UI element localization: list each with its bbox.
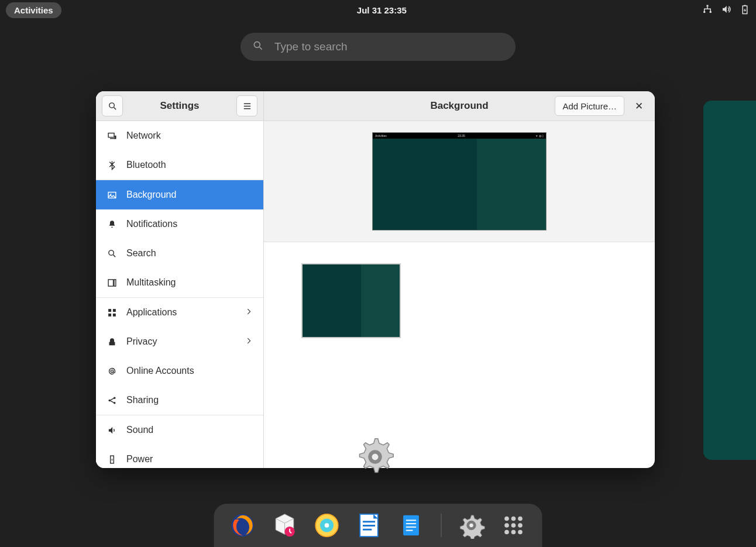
svg-rect-36 [406, 523, 416, 524]
close-button[interactable]: ✕ [629, 96, 649, 116]
search-icon [106, 249, 117, 259]
svg-point-24 [372, 453, 379, 460]
dock-app-settings[interactable] [458, 512, 485, 539]
sidebar-item-power[interactable]: Power [96, 445, 263, 468]
sidebar-item-bluetooth[interactable]: Bluetooth [96, 150, 263, 180]
dock-app-disks[interactable] [314, 512, 341, 539]
sidebar-item-label: Applications [126, 307, 177, 318]
svg-rect-8 [114, 135, 116, 139]
sidebar-item-label: Sharing [126, 395, 159, 405]
svg-rect-37 [406, 527, 416, 528]
svg-rect-16 [108, 313, 111, 316]
svg-rect-12 [108, 279, 114, 285]
preview-clock: 23:35 [458, 134, 465, 137]
svg-rect-1 [703, 11, 705, 13]
sidebar-search-button[interactable] [102, 95, 123, 116]
svg-rect-3 [744, 5, 745, 6]
system-tray[interactable] [702, 4, 750, 16]
settings-window: Settings Network Bluetooth Background No… [96, 91, 655, 468]
sidebar-item-label: Network [126, 130, 161, 141]
overview-search[interactable] [240, 33, 516, 61]
svg-rect-35 [406, 520, 416, 521]
sidebar-item-multitasking[interactable]: Multitasking [96, 268, 263, 297]
multitasking-icon [106, 278, 117, 288]
sidebar-item-privacy[interactable]: Privacy [96, 327, 263, 356]
current-background-preview: Activities23:35▾ ◍ ▯ [264, 121, 655, 242]
power-icon [106, 455, 117, 465]
sidebar-item-label: Background [126, 190, 176, 200]
activities-button[interactable]: Activities [6, 2, 61, 18]
workspace-thumbnail[interactable] [703, 101, 756, 460]
svg-rect-38 [406, 530, 413, 531]
svg-rect-6 [108, 133, 114, 137]
sidebar-item-label: Power [126, 454, 153, 465]
svg-point-42 [511, 517, 516, 521]
svg-point-48 [511, 530, 516, 535]
sidebar-item-sharing[interactable]: Sharing [96, 386, 263, 415]
sidebar-item-background[interactable]: Background [96, 180, 263, 209]
dock-app-firefox[interactable] [229, 512, 256, 539]
settings-sidebar: Settings Network Bluetooth Background No… [96, 91, 264, 468]
battery-icon [740, 4, 750, 16]
svg-point-45 [511, 523, 516, 528]
svg-rect-2 [710, 11, 712, 13]
sidebar-title: Settings [160, 100, 199, 112]
bell-icon [106, 219, 117, 229]
preview-topbar: Activities23:35▾ ◍ ▯ [373, 133, 546, 139]
svg-rect-31 [363, 521, 375, 522]
sidebar-item-label: Sound [126, 425, 153, 435]
dock-show-applications[interactable] [500, 512, 527, 539]
sidebar-item-search[interactable]: Search [96, 239, 263, 268]
sidebar-item-notifications[interactable]: Notifications [96, 209, 263, 239]
sidebar-item-network[interactable]: Network [96, 121, 263, 150]
share-icon [106, 395, 117, 405]
svg-rect-0 [706, 5, 708, 6]
clock[interactable]: Jul 31 23:35 [357, 5, 407, 15]
sound-icon [106, 425, 117, 435]
sidebar-item-label: Multitasking [126, 277, 176, 288]
search-input[interactable] [273, 40, 504, 54]
sidebar-item-online-accounts[interactable]: Online Accounts [96, 356, 263, 386]
wallpaper-grid [264, 242, 655, 468]
preview-activities: Activities [375, 134, 387, 137]
overview-search-wrap [0, 33, 756, 61]
dock-app-text-editor[interactable] [398, 512, 425, 539]
svg-point-11 [108, 250, 114, 255]
desktop-preview: Activities23:35▾ ◍ ▯ [372, 132, 547, 231]
volume-icon [721, 4, 731, 16]
network-icon [106, 131, 117, 141]
svg-point-41 [504, 517, 509, 521]
svg-rect-14 [108, 309, 111, 312]
bluetooth-icon [106, 160, 117, 170]
sidebar-item-label: Bluetooth [126, 160, 166, 170]
preview-texture [477, 139, 546, 230]
svg-point-49 [518, 530, 523, 535]
hamburger-button[interactable] [236, 95, 257, 116]
svg-point-46 [518, 523, 523, 528]
chevron-right-icon [245, 307, 253, 318]
svg-rect-13 [114, 279, 116, 285]
apps-icon [106, 308, 117, 318]
preview-tray: ▾ ◍ ▯ [536, 134, 544, 137]
sidebar-item-label: Notifications [126, 219, 177, 229]
svg-rect-32 [363, 525, 375, 527]
wallpaper-thumbnail[interactable] [301, 263, 401, 338]
svg-point-43 [518, 517, 523, 521]
window-app-icon [352, 434, 398, 480]
svg-point-44 [504, 523, 509, 528]
privacy-icon [106, 337, 117, 347]
sidebar-item-applications[interactable]: Applications [96, 297, 263, 327]
add-picture-button[interactable]: Add Picture… [555, 96, 624, 116]
dock-app-backups[interactable] [272, 512, 298, 539]
svg-point-4 [254, 42, 260, 47]
sidebar-item-label: Privacy [126, 336, 157, 347]
dock-app-libreoffice-writer[interactable] [356, 512, 383, 539]
network-icon [702, 4, 713, 16]
sidebar-item-sound[interactable]: Sound [96, 415, 263, 445]
dash [214, 504, 542, 547]
content-header: Background Add Picture… ✕ [264, 91, 655, 121]
svg-rect-34 [403, 515, 419, 536]
svg-point-40 [469, 523, 474, 528]
at-icon [106, 366, 117, 376]
settings-content: Background Add Picture… ✕ Activities23:3… [264, 91, 655, 468]
